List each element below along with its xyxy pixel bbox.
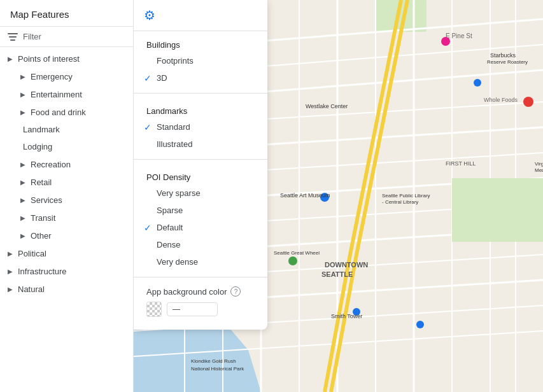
divider-1 xyxy=(134,93,267,94)
chevron-right-icon: ▶ xyxy=(5,284,15,294)
dense-label: Dense xyxy=(157,240,181,249)
illustrated-label: Illustrated xyxy=(157,139,192,149)
filter-label: Filter xyxy=(23,32,41,41)
chevron-right-icon: ▶ xyxy=(18,107,28,117)
sidebar-item-political[interactable]: ▶ Political xyxy=(0,244,133,262)
sidebar-item-landmark[interactable]: Landmark xyxy=(0,121,133,138)
illustrated-option[interactable]: Illustrated xyxy=(134,136,267,153)
sidebar-item-points-of-interest[interactable]: ▶ Points of interest xyxy=(0,50,133,67)
app-bg-label: App background color ? xyxy=(146,286,255,297)
sidebar-item-food-and-drink[interactable]: ▶ Food and drink xyxy=(0,103,133,121)
sidebar-item-natural[interactable]: ▶ Natural xyxy=(0,280,133,298)
sparse-label: Sparse xyxy=(157,206,183,215)
buildings-section: Buildings Footprints ✓ 3D xyxy=(134,31,267,89)
sidebar-item-recreation[interactable]: ▶ Recreation xyxy=(0,155,133,173)
landmarks-section: Landmarks ✓ Standard Illustrated xyxy=(134,97,267,155)
svg-text:Seattle Great Wheel: Seattle Great Wheel xyxy=(274,250,320,256)
svg-text:National Historical Park: National Historical Park xyxy=(191,366,244,372)
color-picker-row xyxy=(146,302,255,317)
svg-text:FIRST HILL: FIRST HILL xyxy=(446,160,476,167)
landmarks-section-title: Landmarks xyxy=(134,104,267,118)
svg-text:Smith Tower: Smith Tower xyxy=(331,313,362,319)
chevron-right-icon: ▶ xyxy=(18,195,28,205)
sidebar-item-infrastructure[interactable]: ▶ Infrastructure xyxy=(0,262,133,280)
svg-text:Seattle Public Library: Seattle Public Library xyxy=(382,193,430,199)
gear-icon[interactable]: ⚙ xyxy=(144,8,155,23)
very-dense-option[interactable]: Very dense xyxy=(134,253,267,270)
app-bg-label-text: App background color xyxy=(146,287,227,297)
svg-text:Whole Foods: Whole Foods xyxy=(484,97,518,103)
svg-text:Starbucks: Starbucks xyxy=(490,52,516,59)
svg-text:Klondike Gold Rush: Klondike Gold Rush xyxy=(191,358,236,364)
svg-point-35 xyxy=(474,79,481,87)
very-dense-label: Very dense xyxy=(157,257,198,267)
svg-point-38 xyxy=(288,256,297,265)
sidebar-item-entertainment[interactable]: ▶ Entertainment xyxy=(0,85,133,103)
sidebar-item-label: Services xyxy=(31,195,62,205)
sidebar-item-label: Lodging xyxy=(23,142,52,151)
chevron-right-icon: ▶ xyxy=(18,177,28,187)
poi-density-section: POI Density Very sparse Sparse ✓ Default… xyxy=(134,164,267,273)
filter-icon xyxy=(8,33,18,41)
chevron-right-icon: ▶ xyxy=(18,213,28,223)
sidebar-item-label: Other xyxy=(31,231,52,241)
three-d-label: 3D xyxy=(157,73,167,83)
chevron-right-icon: ▶ xyxy=(5,266,15,276)
filter-bar[interactable]: Filter xyxy=(0,27,133,47)
footprints-option[interactable]: Footprints xyxy=(134,52,267,69)
sidebar-item-services[interactable]: ▶ Services xyxy=(0,191,133,209)
svg-point-36 xyxy=(523,97,533,107)
standard-label: Standard xyxy=(157,122,190,132)
default-label: Default xyxy=(157,223,183,232)
svg-text:Westlake Center: Westlake Center xyxy=(306,103,348,109)
svg-text:Virginia Mason: Virginia Mason xyxy=(535,161,543,167)
svg-text:DOWNTOWN: DOWNTOWN xyxy=(325,261,368,269)
svg-text:- Central Library: - Central Library xyxy=(382,199,418,205)
svg-point-40 xyxy=(416,321,424,328)
sidebar-item-label: Food and drink xyxy=(31,108,86,117)
app-bg-section: App background color ? xyxy=(134,281,267,322)
sidebar-item-label: Transit xyxy=(31,213,55,223)
footprints-label: Footprints xyxy=(157,56,194,66)
check-icon: ✓ xyxy=(144,223,152,233)
poi-density-section-title: POI Density xyxy=(134,170,267,185)
dropdown-header: ⚙ xyxy=(134,0,267,31)
svg-text:SEATTLE: SEATTLE xyxy=(321,270,353,278)
dense-option[interactable]: Dense xyxy=(134,236,267,253)
divider-3 xyxy=(134,277,267,277)
default-option[interactable]: ✓ Default xyxy=(134,219,267,236)
sidebar-item-lodging[interactable]: Lodging xyxy=(0,138,133,155)
help-icon[interactable]: ? xyxy=(230,286,241,297)
sidebar-item-label: Recreation xyxy=(31,160,71,169)
chevron-right-icon: ▶ xyxy=(18,89,28,99)
sidebar: Map Features Filter ▶ Points of interest… xyxy=(0,0,134,392)
check-icon: ✓ xyxy=(144,73,152,83)
sidebar-item-label: Landmark xyxy=(23,125,60,134)
sidebar-item-label: Natural xyxy=(18,284,45,294)
standard-option[interactable]: ✓ Standard xyxy=(134,118,267,136)
color-swatch[interactable] xyxy=(146,302,162,317)
sidebar-item-label: Infrastructure xyxy=(18,267,67,276)
sidebar-item-emergency[interactable]: ▶ Emergency xyxy=(0,67,133,85)
sidebar-item-retail[interactable]: ▶ Retail xyxy=(0,173,133,191)
very-sparse-label: Very sparse xyxy=(157,188,201,198)
sidebar-title: Map Features xyxy=(0,0,133,27)
sidebar-item-label: Political xyxy=(18,249,46,258)
sidebar-item-other[interactable]: ▶ Other xyxy=(0,227,133,244)
sidebar-item-label: Retail xyxy=(31,178,52,187)
map-area: E Pine St Whole Foods FIRST HILL DOWNTOW… xyxy=(134,0,543,392)
three-d-option[interactable]: ✓ 3D xyxy=(134,69,267,87)
chevron-right-icon: ▶ xyxy=(18,159,28,169)
color-input[interactable] xyxy=(167,302,218,316)
chevron-right-icon: ▶ xyxy=(18,230,28,241)
svg-text:Seattle Art Museum: Seattle Art Museum xyxy=(280,192,330,199)
sparse-option[interactable]: Sparse xyxy=(134,202,267,219)
sidebar-list: ▶ Points of interest ▶ Emergency ▶ Enter… xyxy=(0,47,133,392)
dropdown-panel: ⚙ Buildings Footprints ✓ 3D Landmarks ✓ … xyxy=(134,0,267,330)
chevron-right-icon: ▶ xyxy=(18,71,28,81)
very-sparse-option[interactable]: Very sparse xyxy=(134,185,267,202)
sidebar-item-label: Entertainment xyxy=(31,90,82,99)
sidebar-item-transit[interactable]: ▶ Transit xyxy=(0,209,133,227)
buildings-section-title: Buildings xyxy=(134,38,267,52)
check-icon: ✓ xyxy=(144,122,152,132)
